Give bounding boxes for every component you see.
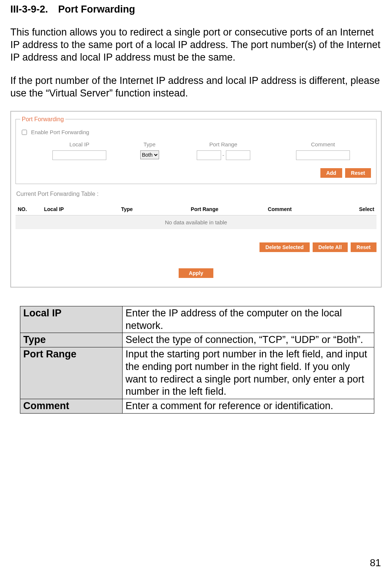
- apply-button[interactable]: Apply: [179, 268, 214, 278]
- reset-button[interactable]: Reset: [345, 168, 371, 178]
- port-range-end-input[interactable]: [226, 150, 250, 160]
- add-button[interactable]: Add: [320, 168, 342, 178]
- enable-port-forwarding-label: Enable Port Forwarding: [31, 129, 89, 135]
- form-row: Local IP Type Both Port Range -: [20, 141, 372, 160]
- port-forwarding-screenshot: Port Forwarding Enable Port Forwarding L…: [10, 111, 382, 288]
- form-header-comment: Comment: [311, 141, 335, 147]
- section-number: III-3-9-2.: [10, 4, 48, 15]
- table-header-row: NO. Local IP Type Port Range Comment Sel…: [16, 203, 376, 215]
- type-select[interactable]: Both: [140, 150, 159, 159]
- form-header-type: Type: [144, 141, 156, 147]
- section-title-text: Port Forwarding: [58, 4, 135, 15]
- current-port-forwarding-table: NO. Local IP Type Port Range Comment Sel…: [16, 203, 376, 229]
- desc-row-comment: Comment Enter a comment for reference or…: [20, 399, 374, 414]
- table-empty-row: No data available in table: [16, 215, 376, 229]
- col-local-ip: Local IP: [42, 203, 119, 215]
- desc-text: Input the starting port number in the le…: [123, 347, 374, 399]
- section-heading: III-3-9-2. Port Forwarding: [10, 4, 382, 15]
- page-number: 81: [370, 557, 381, 569]
- desc-text: Enter a comment for reference or identif…: [123, 399, 374, 414]
- desc-row-port-range: Port Range Input the starting port numbe…: [20, 347, 374, 399]
- reset2-button[interactable]: Reset: [351, 242, 376, 252]
- port-range-separator: -: [223, 152, 224, 158]
- form-header-local-ip: Local IP: [69, 141, 89, 147]
- delete-all-button[interactable]: Delete All: [313, 242, 348, 252]
- col-select: Select: [343, 203, 376, 215]
- local-ip-input[interactable]: [52, 150, 106, 160]
- col-comment: Comment: [266, 203, 343, 215]
- intro-paragraph-1: This function allows you to redirect a s…: [10, 26, 382, 64]
- enable-port-forwarding-checkbox[interactable]: [22, 130, 27, 135]
- current-table-title: Current Port Forwarding Table :: [16, 191, 376, 197]
- col-type: Type: [119, 203, 189, 215]
- desc-row-local-ip: Local IP Enter the IP address of the com…: [20, 306, 374, 333]
- description-table: Local IP Enter the IP address of the com…: [20, 306, 374, 414]
- col-no: NO.: [16, 203, 42, 215]
- intro-paragraph-2: If the port number of the Internet IP ad…: [10, 75, 382, 100]
- desc-term: Local IP: [20, 306, 123, 333]
- desc-term: Comment: [20, 399, 123, 414]
- delete-selected-button[interactable]: Delete Selected: [259, 242, 310, 252]
- desc-term: Port Range: [20, 347, 123, 399]
- desc-text: Select the type of connection, “TCP”, “U…: [123, 333, 374, 347]
- table-empty-text: No data available in table: [16, 215, 376, 229]
- desc-text: Enter the IP address of the computer on …: [123, 306, 374, 333]
- col-port-range: Port Range: [189, 203, 266, 215]
- port-forwarding-fieldset: Port Forwarding Enable Port Forwarding L…: [16, 116, 376, 184]
- desc-row-type: Type Select the type of connection, “TCP…: [20, 333, 374, 347]
- fieldset-legend: Port Forwarding: [20, 116, 65, 123]
- port-range-start-input[interactable]: [197, 150, 221, 160]
- comment-input[interactable]: [296, 150, 350, 160]
- form-header-port-range: Port Range: [209, 141, 237, 147]
- desc-term: Type: [20, 333, 123, 347]
